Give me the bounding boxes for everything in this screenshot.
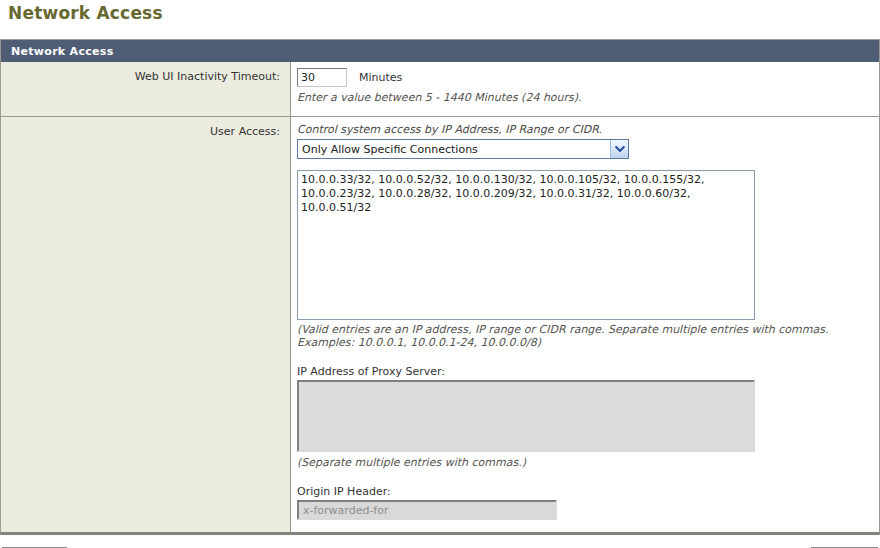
- timeout-hint: Enter a value between 5 - 1440 Minutes (…: [297, 91, 871, 104]
- proxy-server-label: IP Address of Proxy Server:: [297, 365, 871, 378]
- allowed-connections-textarea[interactable]: 10.0.0.33/32, 10.0.0.52/32, 10.0.0.130/3…: [297, 170, 755, 320]
- user-access-mode-selected: Only Allow Specific Connections: [298, 143, 478, 156]
- timeout-row: Web UI Inactivity Timeout: Minutes Enter…: [1, 62, 879, 116]
- origin-ip-header-input[interactable]: [297, 500, 557, 520]
- chevron-down-icon[interactable]: [610, 140, 628, 158]
- network-access-panel: Network Access Web UI Inactivity Timeout…: [0, 39, 880, 535]
- user-access-mode-select[interactable]: Only Allow Specific Connections: [297, 139, 629, 159]
- timeout-label: Web UI Inactivity Timeout:: [1, 62, 291, 116]
- allowed-connections-hint: (Valid entries are an IP address, IP ran…: [297, 323, 871, 349]
- timeout-unit-label: Minutes: [359, 71, 402, 84]
- panel-header: Network Access: [1, 40, 879, 62]
- user-access-content: Control system access by IP Address, IP …: [291, 117, 879, 532]
- user-access-row: User Access: Control system access by IP…: [1, 116, 879, 532]
- timeout-input[interactable]: [297, 68, 347, 87]
- user-access-description: Control system access by IP Address, IP …: [297, 123, 871, 136]
- proxy-server-textarea[interactable]: [297, 380, 755, 452]
- origin-ip-header-label: Origin IP Header:: [297, 485, 871, 498]
- user-access-label: User Access:: [1, 117, 291, 532]
- page-title: Network Access: [0, 0, 880, 23]
- proxy-server-hint: (Separate multiple entries with commas.): [297, 456, 871, 469]
- timeout-content: Minutes Enter a value between 5 - 1440 M…: [291, 62, 879, 116]
